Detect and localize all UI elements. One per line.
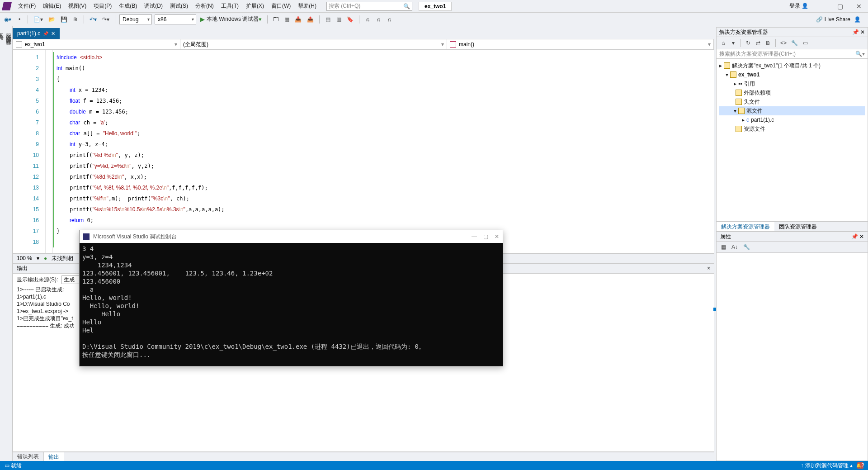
pin-icon[interactable]: 📌 xyxy=(852,29,859,35)
console-body[interactable]: 3 4 y=3, z=4 1234,1234 123.456001, 123.4… xyxy=(80,243,503,366)
prop-wrench-icon[interactable]: 🔧 xyxy=(742,242,751,252)
feedback-icon[interactable]: 👤 xyxy=(854,16,861,23)
node-headers[interactable]: 头文件 xyxy=(719,97,865,106)
sol-tb-refresh-icon[interactable]: ↻ xyxy=(744,38,752,47)
node-references[interactable]: ▸▪▪引用 xyxy=(719,79,865,88)
menu-test[interactable]: 测试(S) xyxy=(166,1,192,11)
notification-bell-icon[interactable]: 🔔2 xyxy=(857,462,863,469)
open-button[interactable]: 📂 xyxy=(47,15,57,24)
tb-icon-7[interactable]: 🔖 xyxy=(345,15,355,24)
save-button[interactable]: 💾 xyxy=(59,15,69,24)
tab-team-explorer[interactable]: 团队资源管理器 xyxy=(774,222,821,231)
tb-icon-3[interactable]: 📥 xyxy=(293,15,303,24)
platform-combo[interactable]: x86 xyxy=(155,14,196,24)
redo-button[interactable]: ↷▾ xyxy=(101,15,111,24)
sol-tb-sync-icon[interactable]: ⇄ xyxy=(754,38,762,47)
node-external[interactable]: 外部依赖项 xyxy=(719,88,865,97)
code-editor[interactable]: 123456789 101112131415161718 #include <s… xyxy=(13,50,714,253)
output-close[interactable]: × xyxy=(707,265,710,271)
pin-icon[interactable]: 📌 xyxy=(851,233,858,240)
window-minimize[interactable]: — xyxy=(815,3,827,10)
tb-icon-10[interactable]: ⎌ xyxy=(385,15,393,24)
menu-debug[interactable]: 调试(D) xyxy=(141,1,166,11)
node-source[interactable]: ▾源文件 xyxy=(719,106,865,115)
splitter-handle[interactable] xyxy=(713,308,716,311)
project-node[interactable]: ▾ex_two1 xyxy=(719,70,865,79)
console-maximize[interactable]: ▢ xyxy=(483,233,488,240)
output-from-label: 显示输出来源(S): xyxy=(17,276,58,283)
menu-extensions[interactable]: 扩展(X) xyxy=(242,1,268,11)
node-file[interactable]: ▸cpart1(1).c xyxy=(719,115,865,124)
window-close[interactable]: ✕ xyxy=(853,3,865,10)
close-icon[interactable]: ✕ xyxy=(51,31,55,37)
tab-solution-explorer[interactable]: 解决方案资源管理器 xyxy=(717,222,774,231)
new-item-button[interactable]: 📄▾ xyxy=(32,15,44,24)
save-all-button[interactable]: 🗎 xyxy=(71,15,80,24)
zoom-combo[interactable]: 100 % xyxy=(17,255,32,261)
rail-server-explorer[interactable]: 服务器资源管理器 xyxy=(5,29,12,461)
fold-margin[interactable] xyxy=(46,50,53,253)
separator xyxy=(28,15,28,24)
tb-icon-9[interactable]: ⎌ xyxy=(374,15,382,24)
menu-project[interactable]: 项目(P) xyxy=(90,1,115,11)
live-share-button[interactable]: 🔗 Live Share xyxy=(816,16,850,23)
tb-icon-4[interactable]: 📤 xyxy=(306,15,315,24)
menu-window[interactable]: 窗口(W) xyxy=(268,1,294,11)
pin-icon[interactable]: 📌 xyxy=(43,31,48,36)
close-icon[interactable]: ✕ xyxy=(859,233,864,240)
login-link[interactable]: 登录 👤 xyxy=(789,2,808,10)
nav-function[interactable]: main() xyxy=(447,39,714,49)
prop-sort-icon[interactable]: A↓ xyxy=(730,242,739,252)
tab-error-list[interactable]: 错误列表 xyxy=(13,452,43,461)
menu-file[interactable]: 文件(F) xyxy=(14,1,39,11)
folder-icon xyxy=(738,108,745,114)
sol-tb-icon[interactable]: 🗎 xyxy=(764,38,772,47)
sol-tb-props-icon[interactable]: 🔧 xyxy=(790,38,799,47)
add-to-source-control[interactable]: ↑ 添加到源代码管理 ▴ xyxy=(801,462,853,470)
debug-console-window[interactable]: Microsoft Visual Studio 调试控制台 — ▢ ✕ 3 4 … xyxy=(79,230,503,366)
node-resource[interactable]: 资源文件 xyxy=(719,124,865,133)
menu-build[interactable]: 生成(B) xyxy=(115,1,141,11)
menu-view[interactable]: 视图(V) xyxy=(65,1,90,11)
properties-header: 属性 📌 ✕ xyxy=(716,232,868,242)
menu-tools[interactable]: 工具(T) xyxy=(217,1,242,11)
undo-button[interactable]: ↶▾ xyxy=(88,15,98,24)
nav-scope[interactable]: ex_two1 xyxy=(13,39,180,49)
solution-tree[interactable]: ▸解决方案"ex_two1"(1 个项目/共 1 个) ▾ex_two1 ▸▪▪… xyxy=(716,59,868,222)
tb-icon-1[interactable]: 🗔 xyxy=(272,15,280,24)
menu-analyze[interactable]: 分析(N) xyxy=(192,1,217,11)
window-maximize[interactable]: ▢ xyxy=(834,3,846,10)
back-button[interactable]: ◉▾ xyxy=(3,15,13,24)
separator xyxy=(84,15,84,24)
sol-tb-icon[interactable]: ▭ xyxy=(801,38,809,47)
left-tool-rail: 服务器资源管理器 工具箱 xyxy=(0,26,13,461)
document-tab[interactable]: part1(1).c 📌 ✕ xyxy=(13,28,60,39)
solution-root[interactable]: ▸解决方案"ex_two1"(1 个项目/共 1 个) xyxy=(719,61,865,70)
solution-search[interactable]: 搜索解决方案资源管理器(Ctrl+;)🔍▾ xyxy=(716,49,868,59)
quick-search[interactable]: 搜索 (Ctrl+Q) 🔍 xyxy=(326,2,412,11)
tb-icon-6[interactable]: ▥ xyxy=(335,15,343,24)
console-close[interactable]: ✕ xyxy=(495,233,499,240)
user-icon: 👤 xyxy=(802,3,808,9)
sol-tb-home-icon[interactable]: ⌂ xyxy=(719,38,727,47)
rail-toolbox[interactable]: 工具箱 xyxy=(0,29,5,461)
nav-region[interactable]: (全局范围) xyxy=(180,39,447,49)
search-placeholder: 搜索 (Ctrl+Q) xyxy=(329,2,360,10)
prop-categorize-icon[interactable]: ▦ xyxy=(719,242,727,252)
config-combo[interactable]: Debug xyxy=(119,14,152,24)
code-area[interactable]: #include <stdio.h> int main() { int x = … xyxy=(53,50,714,253)
tab-output[interactable]: 输出 xyxy=(43,452,64,462)
forward-button[interactable]: • xyxy=(15,15,24,24)
tb-icon-2[interactable]: ▦ xyxy=(283,15,291,24)
close-icon[interactable]: ✕ xyxy=(860,29,865,35)
sol-tb-icon[interactable]: <> xyxy=(779,38,788,47)
console-minimize[interactable]: — xyxy=(472,233,477,240)
tb-icon-5[interactable]: ▤ xyxy=(324,15,332,24)
console-titlebar[interactable]: Microsoft Visual Studio 调试控制台 — ▢ ✕ xyxy=(80,230,503,243)
status-text: 未找到相 xyxy=(52,255,73,262)
sol-tb-icon[interactable]: ▾ xyxy=(729,38,737,47)
menu-help[interactable]: 帮助(H) xyxy=(294,1,320,11)
menu-edit[interactable]: 编辑(E) xyxy=(39,1,65,11)
tb-icon-8[interactable]: ⎌ xyxy=(363,15,372,24)
start-debug-button[interactable]: ▶ 本地 Windows 调试器 ▾ xyxy=(199,15,263,24)
